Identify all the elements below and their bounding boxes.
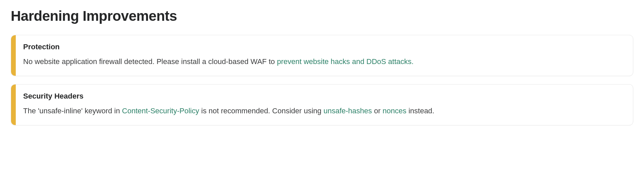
alert-accent-bar bbox=[11, 35, 16, 76]
link-prevent-hacks[interactable]: prevent website hacks and DDoS attacks. bbox=[277, 57, 413, 66]
alert-accent-bar bbox=[11, 84, 16, 125]
alert-text: instead. bbox=[406, 107, 434, 115]
alert-card-protection: Protection No website application firewa… bbox=[11, 35, 633, 76]
alert-body: The 'unsafe-inline' keyword in Content-S… bbox=[23, 105, 624, 116]
page-title: Hardening Improvements bbox=[11, 8, 633, 24]
alert-text: is not recommended. Consider using bbox=[199, 107, 324, 115]
alert-heading: Security Headers bbox=[23, 92, 624, 101]
link-csp[interactable]: Content-Security-Policy bbox=[122, 107, 199, 115]
alert-heading: Protection bbox=[23, 43, 624, 51]
link-nonces[interactable]: nonces bbox=[383, 107, 406, 115]
alert-text: or bbox=[372, 107, 383, 115]
alert-text: No website application firewall detected… bbox=[23, 57, 277, 66]
alert-card-security-headers: Security Headers The 'unsafe-inline' key… bbox=[11, 84, 633, 125]
alert-text: The 'unsafe-inline' keyword in bbox=[23, 107, 122, 115]
link-unsafe-hashes[interactable]: unsafe-hashes bbox=[324, 107, 372, 115]
alert-body: No website application firewall detected… bbox=[23, 56, 624, 67]
